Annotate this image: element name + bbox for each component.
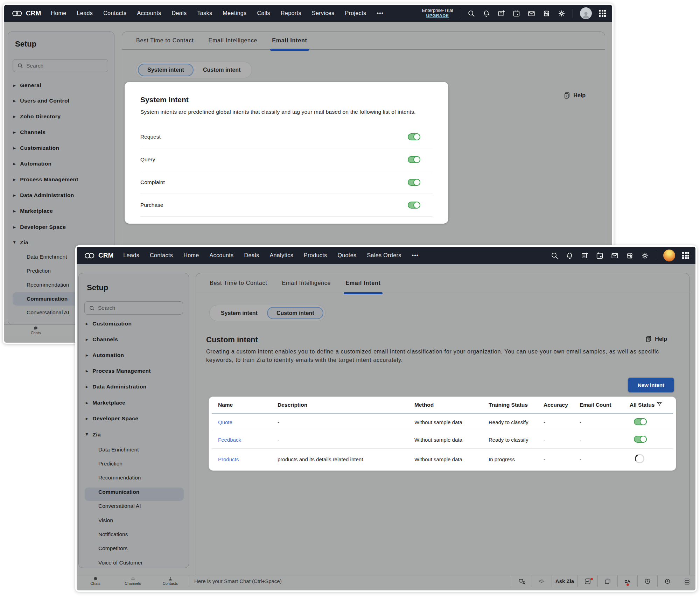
custom-intent-pill[interactable]: Custom intent xyxy=(267,307,324,319)
sidebar-item-conversational-ai[interactable]: Conversational AI xyxy=(98,503,141,509)
notifications-bell-icon[interactable] xyxy=(482,9,490,17)
sidebar-item-communication[interactable]: Communication xyxy=(27,296,68,302)
nav-item-deals[interactable]: Deals xyxy=(244,252,259,259)
sidebar-item-marketplace[interactable]: ▶Marketplace xyxy=(13,208,53,214)
help-link[interactable]: ? Help xyxy=(564,92,586,99)
new-intent-button[interactable]: New intent xyxy=(628,378,674,392)
filter-funnel-icon[interactable] xyxy=(657,402,662,407)
nav-item-calls[interactable]: Calls xyxy=(257,10,270,16)
nav-item-home[interactable]: Home xyxy=(183,252,199,259)
calendar-icon[interactable] xyxy=(512,9,520,17)
col-name[interactable]: Name xyxy=(218,402,278,408)
query-toggle[interactable] xyxy=(408,156,420,163)
sidebar-item-zia[interactable]: ▶Zia xyxy=(13,239,28,246)
zoho-crm-logo[interactable]: CRM xyxy=(84,252,113,259)
smart-chat-text[interactable]: Here is your Smart Chat (Ctrl+Space) xyxy=(189,575,512,587)
zia-notebook-button[interactable] xyxy=(617,575,637,587)
sidebar-item-prediction[interactable]: Prediction xyxy=(27,268,51,274)
analytics-pulse-button[interactable] xyxy=(578,575,597,587)
nav-item-analytics[interactable]: Analytics xyxy=(270,252,293,259)
nav-item-contacts[interactable]: Contacts xyxy=(150,252,173,259)
user-avatar[interactable] xyxy=(580,7,592,19)
intent-name-link[interactable]: Products xyxy=(218,456,278,462)
tab-email-intelligence[interactable]: Email Intelligence xyxy=(209,32,258,49)
upgrade-link[interactable]: UPGRADE xyxy=(422,13,453,19)
nav-item-deals[interactable]: Deals xyxy=(172,10,187,16)
mail-icon[interactable] xyxy=(527,9,536,17)
nav-item-reports[interactable]: Reports xyxy=(281,10,301,16)
system-intent-pill[interactable]: System intent xyxy=(138,64,194,76)
nav-overflow[interactable]: ••• xyxy=(412,252,419,259)
tab-email-intelligence[interactable]: Email Intelligence xyxy=(282,273,331,293)
intent-name-link[interactable]: Quote xyxy=(218,419,278,425)
sidebar-item-notifications[interactable]: Notifications xyxy=(98,531,128,538)
sidebar-item-process-management[interactable]: ▶Process Management xyxy=(13,176,78,183)
sidebar-item-data-enrichment[interactable]: Data Enrichment xyxy=(98,447,139,453)
sidebar-item-data-enrichment[interactable]: Data Enrichment xyxy=(27,254,67,260)
zoho-crm-logo[interactable]: CRM xyxy=(12,9,41,17)
nav-item-home[interactable]: Home xyxy=(51,10,66,16)
nav-item-leads[interactable]: Leads xyxy=(123,252,139,259)
nav-item-accounts[interactable]: Accounts xyxy=(137,10,161,16)
nav-item-meetings[interactable]: Meetings xyxy=(223,10,246,16)
search-icon[interactable] xyxy=(467,9,475,17)
col-method[interactable]: Method xyxy=(414,402,489,408)
sidebar-item-data-administration[interactable]: ▶Data Administration xyxy=(13,192,74,198)
tab-email-intent[interactable]: Email Intent xyxy=(272,32,307,49)
sidebar-search-input[interactable]: Search xyxy=(84,301,183,315)
sidebar-item-recommendation[interactable]: Recommendation xyxy=(27,282,69,288)
sidebar-item-users-and-control[interactable]: ▶Users and Control xyxy=(13,98,69,104)
nav-item-leads[interactable]: Leads xyxy=(77,10,93,16)
nav-item-tasks[interactable]: Tasks xyxy=(197,10,212,16)
sidebar-search-input[interactable]: Search xyxy=(13,59,108,72)
chats-tab[interactable]: Chats xyxy=(77,575,114,587)
mail-icon[interactable] xyxy=(611,252,619,260)
nav-item-quotes[interactable]: Quotes xyxy=(337,252,356,259)
sidebar-item-voice-of-customer[interactable]: Voice of Customer xyxy=(98,560,143,566)
sidebar-item-data-administration[interactable]: ▶Data Administration xyxy=(86,384,147,390)
sidebar-item-conversational-ai[interactable]: Conversational AI xyxy=(27,309,69,316)
nav-item-sales-orders[interactable]: Sales Orders xyxy=(367,252,401,259)
screen-share-button[interactable] xyxy=(512,575,532,587)
panels-stack-button[interactable] xyxy=(679,575,695,587)
feedback-status-toggle[interactable] xyxy=(634,436,647,443)
channels-tab[interactable]: Channels xyxy=(114,575,152,587)
quote-status-toggle[interactable] xyxy=(634,418,647,425)
help-link[interactable]: ? Help xyxy=(645,336,667,343)
sticky-notes-button[interactable] xyxy=(597,575,617,587)
intent-name-link[interactable]: Feedback xyxy=(218,437,278,443)
nav-item-services[interactable]: Services xyxy=(312,10,335,16)
ask-zia-button[interactable]: Ask Zia xyxy=(552,575,578,587)
purchase-toggle[interactable] xyxy=(408,202,420,209)
app-launcher-grid-icon[interactable] xyxy=(599,10,606,17)
notifications-bell-icon[interactable] xyxy=(566,252,574,260)
tab-best-time-to-contact[interactable]: Best Time to Contact xyxy=(210,273,267,293)
sidebar-item-general[interactable]: ▶General xyxy=(13,82,41,89)
col-description[interactable]: Description xyxy=(278,402,414,408)
col-all-status[interactable]: All Status xyxy=(630,402,673,408)
compose-note-icon[interactable] xyxy=(497,9,505,17)
col-accuracy[interactable]: Accuracy xyxy=(544,402,580,408)
nav-item-contacts[interactable]: Contacts xyxy=(103,10,126,16)
custom-intent-pill[interactable]: Custom intent xyxy=(194,64,250,76)
sidebar-item-prediction[interactable]: Prediction xyxy=(98,461,122,467)
search-icon[interactable] xyxy=(551,252,559,260)
nav-item-products[interactable]: Products xyxy=(304,252,327,259)
sidebar-item-vision[interactable]: Vision xyxy=(98,517,113,524)
tab-email-intent[interactable]: Email Intent xyxy=(345,273,380,293)
nav-item-projects[interactable]: Projects xyxy=(345,10,366,16)
sidebar-item-zoho-directory[interactable]: ▶Zoho Directory xyxy=(13,113,61,120)
sidebar-item-recommendation[interactable]: Recommendation xyxy=(98,475,141,481)
compose-note-icon[interactable] xyxy=(581,252,589,260)
sidebar-item-process-management[interactable]: ▶Process Management xyxy=(86,368,151,374)
sidebar-item-automation[interactable]: ▶Automation xyxy=(13,161,51,167)
sidebar-item-customization[interactable]: ▶Customization xyxy=(86,321,132,327)
recent-history-button[interactable] xyxy=(657,575,677,587)
nav-item-accounts[interactable]: Accounts xyxy=(210,252,234,259)
sidebar-item-channels[interactable]: ▶Channels xyxy=(86,336,118,343)
app-launcher-grid-icon[interactable] xyxy=(682,252,689,259)
plan-upgrade[interactable]: Enterprise-Trial UPGRADE xyxy=(422,8,453,19)
sidebar-item-zia[interactable]: ▶Zia xyxy=(86,432,101,438)
announcements-megaphone-button[interactable] xyxy=(532,575,552,587)
sidebar-item-marketplace[interactable]: ▶Marketplace xyxy=(86,400,125,406)
